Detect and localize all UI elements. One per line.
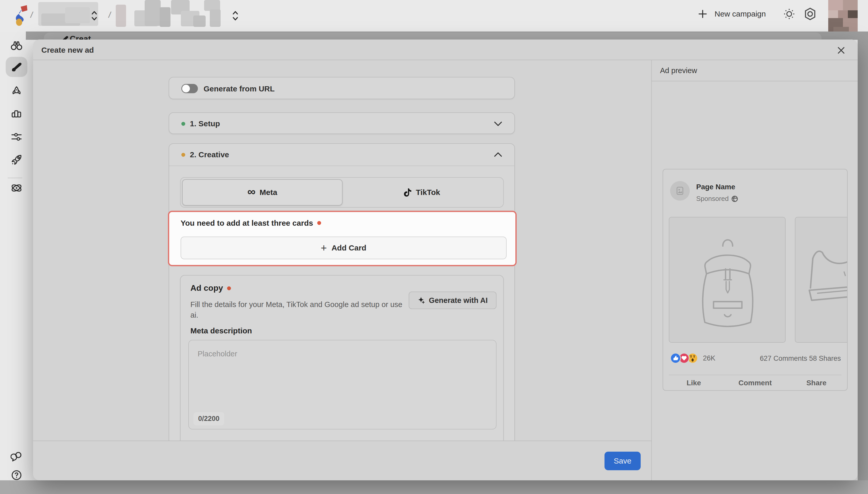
- ad-form-area: Generate from URL 1. Setup 2. Creative: [33, 60, 651, 440]
- like-button[interactable]: Like: [663, 375, 724, 391]
- sidebar-item-analytics[interactable]: [9, 108, 24, 120]
- ad-preview-panel: Ad preview Page Name Sponsored: [651, 60, 858, 480]
- sun-icon: [783, 8, 795, 20]
- globe-icon: [731, 195, 738, 202]
- sponsored-row: Sponsored: [696, 195, 738, 203]
- character-counter: 0/2200: [193, 412, 224, 425]
- ai-sparkle-icon: [417, 297, 425, 304]
- facebook-ad-preview-card: Page Name Sponsored: [663, 169, 848, 391]
- sneaker-line-art: [808, 241, 848, 323]
- creative-status-dot: [181, 153, 185, 157]
- close-icon: [837, 46, 846, 55]
- sidebar-divider: [8, 178, 22, 178]
- tab-meta-label: Meta: [260, 188, 277, 197]
- meta-description-label: Meta description: [190, 326, 252, 335]
- user-avatar[interactable]: [828, 0, 858, 32]
- save-button[interactable]: Save: [604, 452, 641, 470]
- sidebar-item-settings-tune[interactable]: [9, 131, 24, 143]
- meta-description-input[interactable]: [189, 340, 496, 429]
- step-setup-accordion[interactable]: 1. Setup: [169, 112, 515, 134]
- modal-backdrop: [858, 32, 868, 480]
- topbar: / /: [0, 0, 868, 32]
- ad-copy-section: Ad copy Fill the details for your Meta, …: [180, 275, 504, 440]
- meta-logo-icon: ∞: [247, 188, 255, 195]
- sidebar-nav: [0, 32, 33, 480]
- add-card-button[interactable]: + Add Card: [181, 236, 507, 259]
- preview-actions-row: Like Comment Share: [663, 375, 847, 391]
- behind-page-title: Creat: [70, 34, 91, 40]
- sidebar-item-creative-active[interactable]: [6, 57, 27, 77]
- share-button[interactable]: Share: [786, 375, 847, 391]
- paintbrush-icon: [59, 35, 69, 40]
- chevron-down-icon: [494, 121, 503, 127]
- breadcrumb-separator: /: [108, 10, 112, 20]
- bar-chart-icon: [11, 109, 22, 119]
- generate-from-url-label: Generate from URL: [204, 84, 275, 93]
- page-name: Page Name: [696, 183, 735, 191]
- settings-button[interactable]: [804, 7, 816, 21]
- sidebar-help-button[interactable]: [9, 469, 24, 481]
- sidebar-item-launch[interactable]: [9, 85, 24, 98]
- app-logo[interactable]: [14, 5, 30, 26]
- meta-description-field-wrap: 0/2200: [188, 340, 496, 430]
- ad-copy-required-dot: [227, 286, 231, 290]
- add-card-label: Add Card: [332, 244, 366, 252]
- creative-accordion-header[interactable]: 2. Creative: [169, 144, 514, 166]
- modal-title: Create new ad: [41, 46, 94, 55]
- new-campaign-label: New campaign: [715, 10, 766, 18]
- like-reaction-icon: [670, 353, 681, 364]
- tune-sliders-icon: [11, 132, 22, 142]
- generate-with-ai-label: Generate with AI: [429, 296, 488, 305]
- error-message: You need to add at least three cards: [181, 219, 313, 228]
- reactions-row: 26K: [670, 353, 715, 364]
- creative-step-label: 2. Creative: [190, 150, 229, 159]
- ad-copy-description: Fill the details for your Meta, TikTok a…: [190, 299, 408, 321]
- error-dot: [317, 221, 321, 225]
- binoculars-icon: [11, 40, 22, 51]
- sidebar-item-integrations[interactable]: [9, 182, 24, 194]
- carousel-card-backpack[interactable]: [669, 217, 786, 343]
- breadcrumb-select-chevrons-icon[interactable]: [91, 10, 98, 21]
- settings-gear-icon: [804, 7, 816, 21]
- comments-shares-count: 627 Comments 58 Shares: [760, 355, 841, 363]
- sidebar-chat-button[interactable]: [9, 450, 24, 463]
- generate-from-url-toggle[interactable]: [181, 84, 198, 93]
- theme-toggle-button[interactable]: [783, 8, 795, 20]
- generate-with-ai-button[interactable]: Generate with AI: [409, 291, 496, 309]
- generate-from-url-card: Generate from URL: [169, 77, 515, 99]
- tab-tiktok[interactable]: TikTok: [342, 179, 502, 206]
- atom-icon: [10, 183, 23, 193]
- sponsored-label: Sponsored: [696, 195, 729, 203]
- chat-bubbles-icon: [11, 451, 22, 462]
- plus-icon: [698, 9, 708, 19]
- close-button[interactable]: [835, 44, 847, 57]
- rocket-icon: [11, 154, 22, 165]
- new-campaign-button[interactable]: New campaign: [698, 9, 766, 19]
- divider: [169, 166, 514, 166]
- setup-status-dot: [181, 122, 185, 126]
- ad-copy-heading: Ad copy: [190, 283, 223, 293]
- plus-icon: +: [321, 244, 327, 252]
- breadcrumb-separator: /: [30, 10, 34, 20]
- backpack-line-art: [692, 233, 764, 331]
- help-icon: [11, 470, 22, 481]
- topbar-actions: New campaign: [698, 7, 816, 21]
- app-root: / /: [0, 0, 868, 494]
- image-placeholder-icon: [676, 187, 684, 195]
- page-avatar: [670, 181, 690, 201]
- setup-step-label: 1. Setup: [190, 119, 220, 128]
- breadcrumb-select-chevrons-icon[interactable]: [232, 10, 239, 21]
- toggle-knob: [182, 85, 190, 92]
- modal-backdrop: [0, 480, 868, 494]
- spaceship-icon: [11, 86, 22, 97]
- tab-meta[interactable]: ∞ Meta: [182, 179, 342, 206]
- reaction-count: 26K: [703, 354, 715, 362]
- chevron-up-icon: [494, 152, 503, 157]
- sidebar-item-boost[interactable]: [9, 153, 24, 166]
- sidebar-item-discover[interactable]: [9, 39, 24, 52]
- comment-button[interactable]: Comment: [724, 375, 786, 391]
- carousel-card-sneaker[interactable]: [795, 217, 848, 343]
- paintbrush-icon: [10, 61, 23, 73]
- page-behind-modal: Creat: [44, 33, 822, 40]
- create-ad-modal: Create new ad Generate from URL 1. Se: [33, 39, 858, 480]
